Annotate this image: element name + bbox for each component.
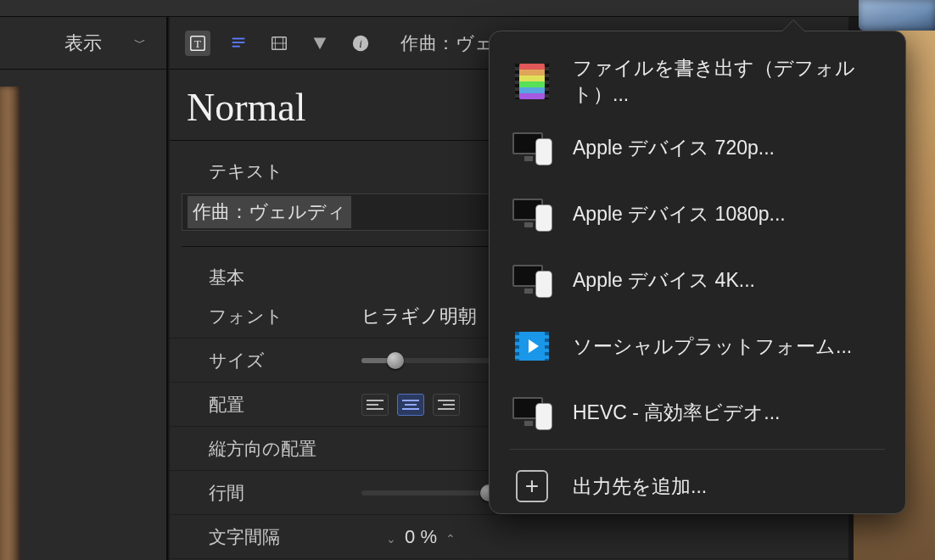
size-label: サイズ [209,349,361,372]
line-spacing-label: 行間 [209,481,361,505]
menu-item-label: 出力先を追加... [573,473,707,500]
apple-devices-icon [512,265,551,295]
svg-text:i: i [359,37,362,49]
filmstrip-icon [270,34,288,53]
menu-item-label: HEVC - 高効率ビデオ... [573,400,781,426]
export-file-default[interactable]: ファイルを書き出す（デフォルト）... [496,48,899,115]
valign-label: 縦方向の配置 [209,437,361,461]
export-hevc[interactable]: HEVC - 高効率ビデオ... [496,379,899,445]
tab-info[interactable]: i [348,31,373,56]
tab-text[interactable]: T [185,31,210,56]
menu-item-label: Apple デバイス 4K... [573,267,755,294]
export-social-platforms[interactable]: ソーシャルプラットフォーム... [496,313,899,379]
align-left-button[interactable] [361,394,389,416]
size-slider[interactable] [361,358,497,363]
menu-item-label: Apple デバイス 720p... [573,135,775,161]
font-label: フォント [209,305,361,328]
menu-item-label: ファイルを書き出す（デフォルト）... [573,55,885,108]
menu-item-label: Apple デバイス 1080p... [573,201,786,227]
preview-corner [859,0,935,31]
tracking-label: 文字間隔 [209,525,361,549]
social-video-icon [515,332,549,361]
tracking-value[interactable]: ⌄ 0 % ⌃ [361,526,480,548]
chevron-down-icon: ﹀ [134,36,146,51]
tab-video[interactable] [266,31,292,56]
clip-title: 作曲：ヴェ [400,31,494,55]
color-film-icon [519,64,545,99]
view-menu-label: 表示 [64,31,102,56]
svg-text:T: T [194,37,201,49]
align-label: 配置 [209,393,361,417]
apple-devices-icon [512,397,551,428]
window-top-bar [0,0,935,17]
apple-devices-icon [512,199,551,229]
text-icon: T [188,34,207,53]
tab-shape[interactable] [307,31,333,56]
align-right-button[interactable] [433,394,460,416]
line-spacing-slider[interactable] [361,490,497,496]
export-apple-1080p[interactable]: Apple デバイス 1080p... [496,181,899,247]
menu-separator [510,449,885,450]
align-center-button[interactable] [397,394,424,416]
tab-paragraph[interactable] [226,31,251,56]
paragraph-icon [229,34,248,53]
share-destinations-popover: ファイルを書き出す（デフォルト）... Apple デバイス 720p... A… [489,31,906,514]
triangle-icon [311,34,329,53]
plus-icon: + [516,470,548,502]
apple-devices-icon [512,132,551,163]
export-apple-4k[interactable]: Apple デバイス 4K... [496,247,899,313]
add-destination[interactable]: + 出力先を追加... [496,453,899,519]
view-menu[interactable]: 表示 ﹀ [0,17,166,70]
info-icon: i [351,34,370,53]
svg-marker-9 [314,37,327,49]
slider-knob[interactable] [387,352,404,369]
stepper-up-icon[interactable]: ⌃ [442,532,459,546]
font-picker[interactable]: ヒラギノ明朝 [361,304,477,329]
text-value: 作曲：ヴェルディ [188,196,351,228]
row-tracking: 文字間隔 ⌄ 0 % ⌃ [170,515,848,559]
stepper-down-icon[interactable]: ⌄ [383,532,400,546]
thumbnail-strip[interactable] [0,87,20,560]
export-apple-720p[interactable]: Apple デバイス 720p... [496,115,899,181]
library-sidebar: 表示 ﹀ [0,17,168,560]
menu-item-label: ソーシャルプラットフォーム... [573,333,852,360]
